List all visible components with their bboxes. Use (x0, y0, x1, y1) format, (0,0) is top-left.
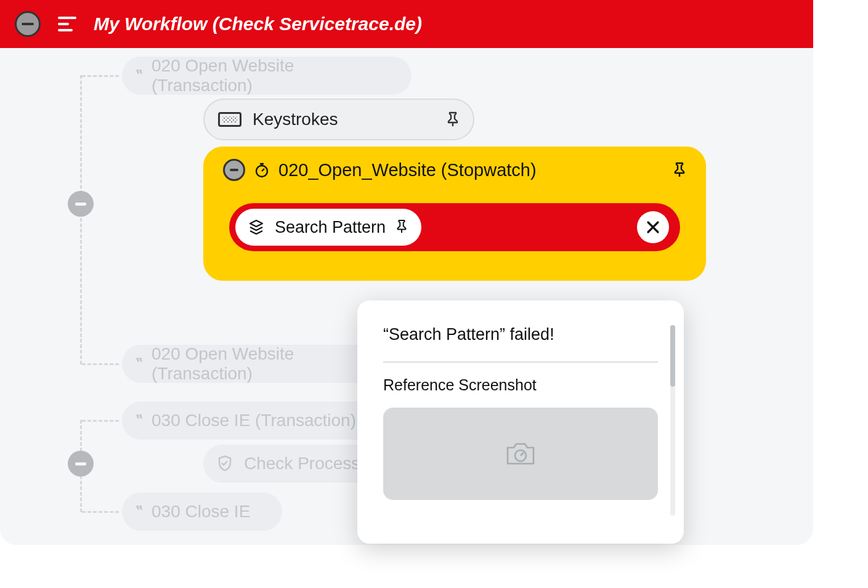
error-step-bar: Search Pattern (229, 203, 680, 251)
shield-check-icon (217, 455, 233, 472)
quote-icon: ‟ (136, 503, 140, 520)
node-label: 030 Close IE (Transaction) (152, 411, 356, 430)
error-details-popup: “Search Pattern” failed! Reference Scree… (357, 300, 684, 544)
node-label: Check Process (244, 454, 360, 473)
connector-line (82, 420, 119, 422)
error-step-pill[interactable]: Search Pattern (235, 209, 421, 246)
quote-icon: ‟ (136, 67, 140, 84)
app-title: My Workflow (Check Servicetrace.de) (94, 14, 422, 34)
keyboard-icon (218, 112, 241, 127)
tree-collapse-button[interactable] (68, 191, 94, 217)
popup-scrollbar[interactable] (670, 325, 675, 516)
group-title: 020_Open_Website (Stopwatch) (278, 160, 664, 180)
connector-line (82, 75, 119, 77)
connector-line (82, 511, 119, 513)
node-label: 020 Open Website (Transaction) (152, 56, 398, 95)
workflow-canvas: ‟ 020 Open Website (Transaction) Keystro… (0, 48, 813, 545)
close-button[interactable] (637, 211, 669, 243)
stopwatch-header: 020_Open_Website (Stopwatch) (223, 159, 686, 181)
divider (383, 361, 658, 363)
tree-collapse-button[interactable] (68, 451, 94, 477)
pin-icon[interactable] (395, 219, 409, 235)
quote-icon: ‟ (136, 412, 140, 429)
pin-icon[interactable] (446, 111, 460, 127)
menu-icon[interactable] (58, 17, 76, 31)
reference-screenshot-placeholder[interactable] (383, 408, 658, 500)
scrollbar-thumb[interactable] (670, 325, 675, 387)
workflow-node-transaction[interactable]: ‟ 020 Open Website (Transaction) (122, 57, 412, 95)
quote-icon: ‟ (136, 355, 140, 373)
window-minimize-button[interactable] (15, 11, 41, 37)
group-collapse-button[interactable] (223, 159, 245, 181)
workflow-step-keystrokes[interactable]: Keystrokes (203, 99, 474, 140)
workflow-node[interactable]: ‟ 030 Close IE (122, 493, 282, 531)
connector-line (82, 363, 119, 365)
app-window: My Workflow (Check Servicetrace.de) ‟ 02… (0, 0, 813, 545)
close-icon (645, 219, 661, 235)
step-label: Search Pattern (275, 218, 386, 237)
stopwatch-icon (254, 162, 270, 178)
popup-section-heading: Reference Screenshot (383, 376, 658, 394)
node-label: 030 Close IE (152, 502, 250, 522)
workflow-node-transaction[interactable]: ‟ 030 Close IE (Transaction) (122, 401, 381, 440)
connector-line (80, 75, 82, 364)
titlebar: My Workflow (Check Servicetrace.de) (0, 0, 813, 48)
node-label: Keystrokes (253, 110, 435, 129)
popup-title: “Search Pattern” failed! (383, 325, 658, 344)
layers-icon (248, 219, 265, 236)
minus-icon (22, 23, 34, 25)
camera-icon (504, 440, 537, 467)
pin-icon[interactable] (673, 162, 686, 178)
workflow-group-stopwatch[interactable]: 020_Open_Website (Stopwatch) Search Patt… (203, 147, 706, 281)
